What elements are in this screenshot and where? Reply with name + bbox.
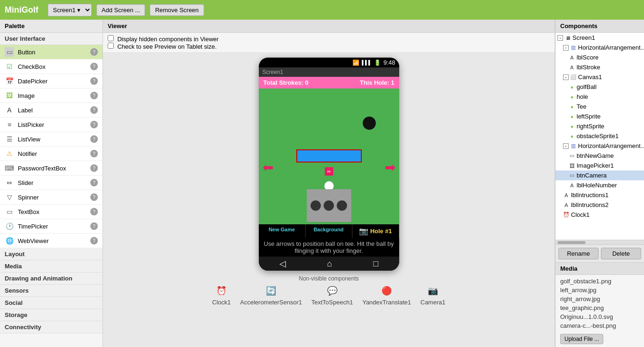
nav-square-icon[interactable]: □ bbox=[373, 259, 379, 269]
golfball-label: golfBall bbox=[577, 83, 597, 90]
tree-imagepicker1[interactable]: 🖼 ImagePicker1 bbox=[556, 161, 644, 170]
hscrollbar-thumb[interactable] bbox=[557, 241, 585, 244]
image-help-icon[interactable]: ? bbox=[90, 92, 98, 99]
tree-obstaclesprite1[interactable]: ● obstacleSprite1 bbox=[556, 131, 644, 141]
tree-lblstroke[interactable]: A lblStroke bbox=[556, 62, 644, 72]
listview-help-icon[interactable]: ? bbox=[90, 135, 98, 143]
palette-item-webviewer[interactable]: 🌐 WebViewer ? bbox=[0, 234, 102, 248]
viewer-content: 📶 ▌▌▌ 🔋 9:48 Screen1 Total Strokes: 0 Th… bbox=[103, 53, 555, 343]
palette-item-checkbox[interactable]: ☑ CheckBox ? bbox=[0, 59, 102, 74]
tablet-preview-label: Check to see Preview on Tablet size. bbox=[117, 43, 217, 50]
btncamera-icon: ▭ bbox=[569, 172, 575, 179]
hidden-components-checkbox[interactable] bbox=[108, 35, 114, 41]
webviewer-help-icon[interactable]: ? bbox=[90, 237, 98, 244]
palette-item-label[interactable]: A Label ? bbox=[0, 103, 102, 118]
palette-item-slider[interactable]: ⇔ Slider ? bbox=[0, 176, 102, 190]
palette-item-listview[interactable]: ☰ ListView ? bbox=[0, 132, 102, 147]
toggle-harrangement2[interactable]: - bbox=[563, 143, 569, 149]
harrangement2-icon: ▥ bbox=[570, 143, 577, 149]
media-file-2: left_arrow.jpg bbox=[560, 286, 639, 295]
section-layout[interactable]: Layout bbox=[0, 248, 102, 260]
tablet-preview-checkbox[interactable] bbox=[108, 43, 114, 49]
datepicker-help-icon[interactable]: ? bbox=[90, 77, 98, 85]
components-actions: Rename Delete bbox=[556, 244, 644, 262]
background-btn[interactable]: Background bbox=[306, 224, 352, 238]
tree-btncamera[interactable]: ▭ btnCamera bbox=[556, 170, 644, 180]
palette-item-listpicker[interactable]: ≡ ListPicker ? bbox=[0, 118, 102, 132]
section-social[interactable]: Social bbox=[0, 297, 102, 309]
palette-item-datepicker[interactable]: 📅 DatePicker ? bbox=[0, 74, 102, 89]
new-game-btn[interactable]: New Game bbox=[259, 224, 306, 238]
passwordtextbox-help-icon[interactable]: ? bbox=[90, 164, 98, 172]
tree-screen1[interactable]: - 🖥 Screen1 bbox=[556, 33, 644, 43]
left-arrow-button[interactable]: ⬅ bbox=[263, 160, 273, 175]
checkbox-help-icon[interactable]: ? bbox=[90, 63, 98, 70]
section-drawing[interactable]: Drawing and Animation bbox=[0, 273, 102, 285]
section-connectivity[interactable]: Connectivity bbox=[0, 321, 102, 333]
toggle-canvas1[interactable]: - bbox=[563, 74, 569, 80]
timepicker-help-icon[interactable]: ? bbox=[90, 222, 98, 230]
hole-btn[interactable]: 📷 Hole #1 bbox=[352, 224, 399, 238]
nav-home-icon[interactable]: ⌂ bbox=[327, 259, 332, 269]
section-sensors[interactable]: Sensors bbox=[0, 285, 102, 297]
section-storage[interactable]: Storage bbox=[0, 309, 102, 321]
golfball-icon: ● bbox=[569, 84, 575, 90]
label-help-icon[interactable]: ? bbox=[90, 106, 98, 114]
tree-harrangement2[interactable]: - ▥ HorizontalArrangement... bbox=[556, 141, 644, 151]
tree-lblintructions2[interactable]: A lblIntructions2 bbox=[556, 200, 644, 210]
tree-lblholenumber[interactable]: A lblHoleNumber bbox=[556, 180, 644, 190]
hole-label: hole bbox=[577, 93, 588, 100]
screen-selector[interactable]: Screen1 ▾ bbox=[48, 4, 92, 16]
add-screen-button[interactable]: Add Screen ... bbox=[96, 4, 145, 16]
palette-item-passwordtextbox[interactable]: ⌨ PasswordTextBox ? bbox=[0, 161, 102, 176]
palette-item-spinner[interactable]: ▽ Spinner ? bbox=[0, 190, 102, 205]
lblstroke-label: lblStroke bbox=[577, 64, 600, 71]
imagepicker1-icon: 🖼 bbox=[569, 162, 575, 169]
palette-item-notifier[interactable]: ⚠ Notifier ? bbox=[0, 147, 102, 161]
image-icon: 🖼 bbox=[5, 91, 14, 100]
section-media[interactable]: Media bbox=[0, 260, 102, 273]
label-icon: A bbox=[5, 105, 14, 115]
harrangement1-icon: ▥ bbox=[570, 44, 577, 51]
delete-button[interactable]: Delete bbox=[601, 248, 641, 259]
label-label: Label bbox=[18, 107, 87, 114]
nv-accelerometer: 🔄 AccelerometerSensor1 bbox=[240, 284, 302, 306]
section-user-interface[interactable]: User Interface bbox=[0, 33, 102, 45]
tree-lblscore[interactable]: A lblScore bbox=[556, 52, 644, 62]
passwordtextbox-label: PasswordTextBox bbox=[18, 165, 87, 172]
palette-item-image[interactable]: 🖼 Image ? bbox=[0, 89, 102, 103]
phone-score-bar: Total Strokes: 0 This Hole: 1 bbox=[259, 77, 399, 89]
textbox-help-icon[interactable]: ? bbox=[90, 208, 98, 215]
palette-item-button[interactable]: ▭ Button ? bbox=[0, 45, 102, 59]
yandex-icon: 🔴 bbox=[380, 284, 393, 297]
tree-rightsprite[interactable]: ● rightSprite bbox=[556, 121, 644, 131]
tree-hole[interactable]: ● hole bbox=[556, 92, 644, 102]
tree-btnnewgame[interactable]: ▭ btnNewGame bbox=[556, 151, 644, 161]
tree-lblintructions1[interactable]: A lblIntructions1 bbox=[556, 190, 644, 200]
button-help-icon[interactable]: ? bbox=[90, 48, 98, 56]
remove-screen-button[interactable]: Remove Screen bbox=[150, 4, 204, 16]
palette-item-timepicker[interactable]: 🕐 TimePicker ? bbox=[0, 219, 102, 234]
right-arrow-button[interactable]: ➡ bbox=[385, 160, 395, 175]
palette-item-textbox[interactable]: ▭ TextBox ? bbox=[0, 205, 102, 219]
tree-clock1[interactable]: ⏰ Clock1 bbox=[556, 210, 644, 220]
components-hscrollbar[interactable] bbox=[556, 240, 644, 244]
toggle-screen1[interactable]: - bbox=[557, 35, 563, 41]
upload-file-button[interactable]: Upload File ... bbox=[560, 334, 603, 344]
tree-tee[interactable]: ● Tee bbox=[556, 102, 644, 111]
rename-button[interactable]: Rename bbox=[558, 248, 599, 259]
golf-ball-black bbox=[363, 117, 376, 130]
slider-help-icon[interactable]: ? bbox=[90, 179, 98, 186]
nav-back-icon[interactable]: ◁ bbox=[279, 258, 286, 269]
toggle-harrangement1[interactable]: - bbox=[563, 45, 569, 51]
tree-golfball[interactable]: ● golfBall bbox=[556, 82, 644, 92]
tree-harrangement1[interactable]: - ▥ HorizontalArrangement... bbox=[556, 43, 644, 52]
phone-game-area[interactable]: ⬅ ➡ ✏ bbox=[259, 89, 399, 224]
tree-leftsprite[interactable]: ● leftSprite bbox=[556, 111, 644, 121]
components-title: Components bbox=[556, 20, 644, 33]
tree-canvas1[interactable]: - ⬜ Canvas1 bbox=[556, 72, 644, 82]
components-panel: Components - 🖥 Screen1 - ▥ HorizontalArr… bbox=[555, 20, 644, 347]
notifier-help-icon[interactable]: ? bbox=[90, 150, 98, 157]
spinner-help-icon[interactable]: ? bbox=[90, 193, 98, 201]
listpicker-help-icon[interactable]: ? bbox=[90, 121, 98, 128]
